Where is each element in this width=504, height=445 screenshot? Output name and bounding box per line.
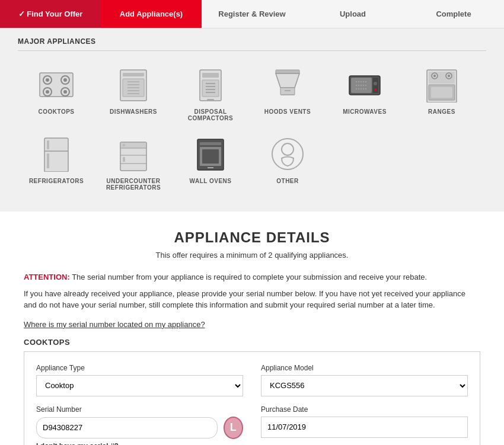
step-register-review[interactable]: Register & Review <box>202 0 302 28</box>
svg-rect-45 <box>431 87 452 98</box>
appliance-card-cooktops: Appliance Type Cooktop Appliance Model K… <box>24 351 480 446</box>
disposal-compactors-icon <box>190 64 231 105</box>
svg-rect-32 <box>373 78 378 93</box>
appliance-type-label: Appliance Type <box>36 364 243 372</box>
purchase-date-input[interactable] <box>261 417 468 438</box>
major-appliances-title: MAJOR APPLIANCES <box>18 37 486 51</box>
step-add-appliances-label: Add Appliance(s) <box>120 9 183 18</box>
svg-point-6 <box>46 90 49 94</box>
microwaves-icon <box>344 64 385 105</box>
appliance-item-refrigerators[interactable]: REFRIGERATORS <box>18 127 95 197</box>
svg-point-41 <box>433 75 436 77</box>
step-register-review-label: Register & Review <box>218 9 285 18</box>
refrigerators-label: REFRIGERATORS <box>29 178 84 184</box>
form-row-type-model: Appliance Type Cooktop Appliance Model K… <box>36 364 468 396</box>
purchase-date-label: Purchase Date <box>261 405 468 414</box>
svg-rect-49 <box>47 153 49 168</box>
appliance-item-wall-ovens[interactable]: WALL OVENS <box>172 127 249 197</box>
svg-point-4 <box>63 78 67 82</box>
appliance-type-group: Appliance Type Cooktop <box>36 364 243 396</box>
step-find-offer-label: ✓ Find Your Offer <box>18 9 83 18</box>
svg-rect-25 <box>276 70 299 73</box>
appliance-item-hoods-vents[interactable]: HOODS VENTS <box>249 58 326 127</box>
ranges-icon <box>421 64 462 105</box>
appliance-item-ranges[interactable]: RANGES <box>403 58 480 127</box>
attention-body: If you have already received your applia… <box>24 288 480 311</box>
other-icon <box>267 133 308 175</box>
cooktops-label: COOKTOPS <box>38 108 74 115</box>
svg-point-43 <box>448 75 450 77</box>
appliance-item-cooktops[interactable]: COOKTOPS <box>18 58 95 127</box>
svg-point-62 <box>282 143 294 155</box>
hoods-vents-label: HOODS VENTS <box>264 108 311 115</box>
attention-label: ATTENTION: <box>24 273 70 281</box>
hoods-vents-icon <box>267 64 308 105</box>
appliance-item-microwaves[interactable]: MICROWAVES <box>326 58 403 127</box>
appliances-grid: COOKTOPS DISHWASHERS <box>18 58 486 197</box>
appliance-model-group: Appliance Model KCGS556 <box>261 364 468 396</box>
svg-point-8 <box>63 90 67 94</box>
svg-rect-24 <box>207 99 214 101</box>
svg-rect-18 <box>202 73 219 78</box>
serial-number-label: Serial Number <box>36 405 243 414</box>
serial-number-group: Serial Number L I don't have my serial #… <box>36 405 243 446</box>
appliance-model-label: Appliance Model <box>261 364 468 372</box>
svg-rect-54 <box>123 144 125 146</box>
svg-point-2 <box>46 78 49 82</box>
other-label: OTHER <box>276 178 299 184</box>
attention-text: The serial number from your appliance is… <box>72 273 427 281</box>
major-appliances-section: MAJOR APPLIANCES COOKTOPS <box>0 28 504 212</box>
appliance-model-select[interactable]: KCGS556 <box>261 375 468 396</box>
progress-bar: ✓ Find Your Offer Add Appliance(s) Regis… <box>0 0 504 28</box>
appliance-type-select[interactable]: Cooktop <box>36 375 243 396</box>
no-serial-link[interactable]: I don't have my serial #? <box>36 442 243 446</box>
step-add-appliances[interactable]: Add Appliance(s) <box>101 0 202 28</box>
svg-rect-57 <box>200 142 221 145</box>
svg-rect-48 <box>47 140 49 149</box>
step-find-offer[interactable]: ✓ Find Your Offer <box>0 0 101 28</box>
appliance-item-dishwashers[interactable]: DISHWASHERS <box>95 58 172 127</box>
step-complete-label: Complete <box>436 9 471 18</box>
serial-input-wrapper: L <box>36 417 243 439</box>
appliance-details-subtitle: This offer requires a minimum of 2 quali… <box>24 251 480 260</box>
disposal-compactors-label: DISPOSAL COMPACTORS <box>175 108 246 121</box>
dishwashers-label: DISHWASHERS <box>110 108 157 115</box>
serial-question-anchor[interactable]: Where is my serial number located on my … <box>24 320 205 329</box>
appliance-details-section: APPLIANCE DETAILS This offer requires a … <box>0 212 504 445</box>
svg-rect-19 <box>202 80 219 97</box>
step-upload[interactable]: Upload <box>302 0 403 28</box>
svg-marker-26 <box>276 73 299 88</box>
undercounter-refrigerators-icon <box>113 133 154 175</box>
svg-rect-59 <box>202 149 219 164</box>
refrigerators-icon <box>36 133 77 175</box>
svg-point-33 <box>374 82 377 85</box>
form-row-serial-date: Serial Number L I don't have my serial #… <box>36 405 468 446</box>
appliance-details-title: APPLIANCE DETAILS <box>24 229 480 246</box>
wall-ovens-label: WALL OVENS <box>190 178 232 184</box>
svg-rect-55 <box>123 157 125 162</box>
appliance-item-undercounter-refrigerators[interactable]: UNDERCOUNTER REFRIGERATORS <box>95 127 172 197</box>
microwaves-label: MICROWAVES <box>343 108 387 115</box>
cooktops-section-label: COOKTOPS <box>24 338 480 347</box>
purchase-date-group: Purchase Date <box>261 405 468 446</box>
appliance-item-other[interactable]: OTHER <box>249 127 326 197</box>
ranges-label: RANGES <box>428 108 455 115</box>
svg-point-34 <box>374 88 377 91</box>
cooktops-icon <box>36 64 77 105</box>
step-complete[interactable]: Complete <box>403 0 504 28</box>
step-upload-label: Upload <box>340 9 366 18</box>
serial-number-input[interactable] <box>36 417 218 438</box>
user-avatar: L <box>224 417 243 439</box>
svg-rect-10 <box>123 73 144 76</box>
appliance-item-disposal-compactors[interactable]: DISPOSAL COMPACTORS <box>172 58 249 127</box>
serial-question-link[interactable]: Where is my serial number located on my … <box>24 320 480 329</box>
wall-ovens-icon <box>190 133 231 175</box>
attention-box: ATTENTION: The serial number from your a… <box>24 271 480 311</box>
undercounter-refrigerators-label: UNDERCOUNTER REFRIGERATORS <box>98 178 169 191</box>
dishwashers-icon <box>113 64 154 105</box>
avatar-letter: L <box>230 421 237 434</box>
